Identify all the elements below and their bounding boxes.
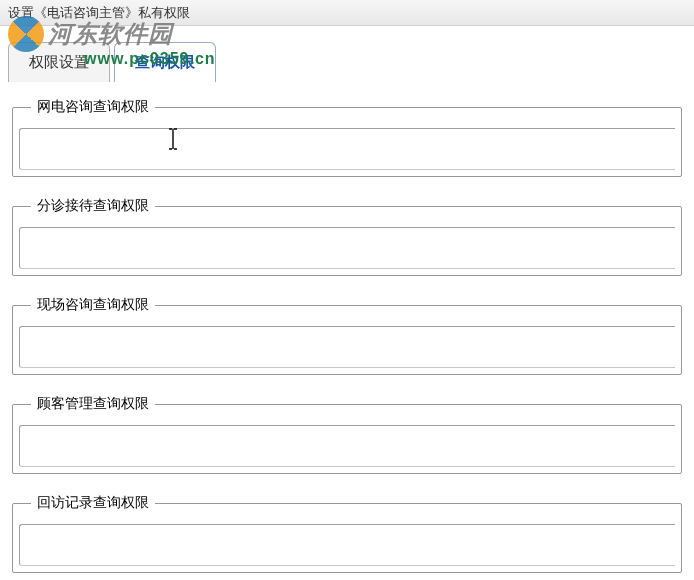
- triage-reception-input[interactable]: [19, 227, 675, 269]
- tab-label: 权限设置: [29, 53, 89, 70]
- group-onsite-consult: 现场咨询查询权限: [12, 296, 682, 375]
- followup-records-input[interactable]: [19, 524, 675, 566]
- tab-bar: 权限设置 查询权限: [0, 26, 694, 82]
- group-followup-records: 回访记录查询权限: [12, 494, 682, 573]
- group-legend: 网电咨询查询权限: [31, 98, 155, 116]
- tab-label: 查询权限: [135, 53, 195, 70]
- group-customer-mgmt: 顾客管理查询权限: [12, 395, 682, 474]
- group-legend: 顾客管理查询权限: [31, 395, 155, 413]
- web-phone-consult-input[interactable]: [19, 128, 675, 170]
- group-triage-reception: 分诊接待查询权限: [12, 197, 682, 276]
- content-area: 网电咨询查询权限 分诊接待查询权限 现场咨询查询权限 顾客管理查询权限 回访记录…: [0, 82, 694, 573]
- window-title: 设置《电话咨询主管》私有权限: [8, 4, 190, 22]
- onsite-consult-input[interactable]: [19, 326, 675, 368]
- group-legend: 分诊接待查询权限: [31, 197, 155, 215]
- group-legend: 回访记录查询权限: [31, 494, 155, 512]
- group-legend: 现场咨询查询权限: [31, 296, 155, 314]
- tab-permission-settings[interactable]: 权限设置: [8, 42, 110, 82]
- customer-mgmt-input[interactable]: [19, 425, 675, 467]
- tab-query-permissions[interactable]: 查询权限: [114, 42, 216, 82]
- window-titlebar: 设置《电话咨询主管》私有权限: [0, 0, 694, 26]
- group-web-phone-consult: 网电咨询查询权限: [12, 98, 682, 177]
